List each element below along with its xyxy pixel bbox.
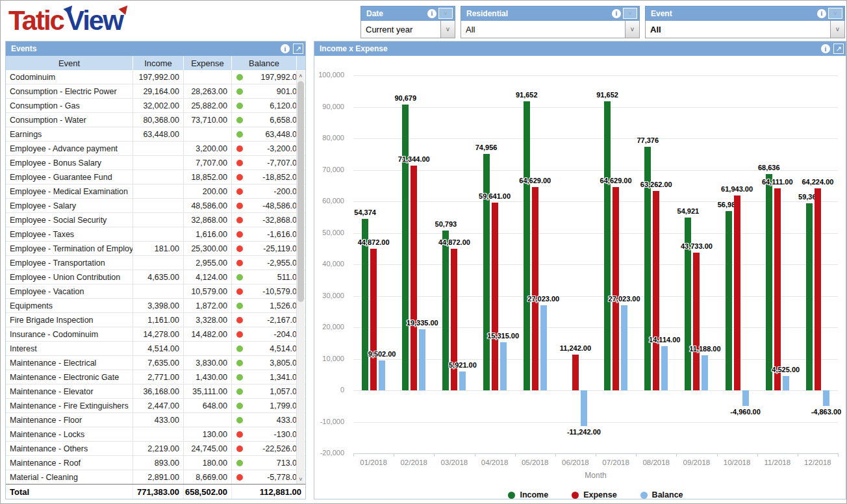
event-cell: Employee - Guarantee Fund — [6, 170, 133, 184]
bar-income[interactable] — [483, 154, 490, 390]
expense-cell: 24,745.00 — [184, 442, 232, 455]
filter-event-select[interactable]: All ˅ — [645, 21, 845, 38]
table-row[interactable]: Interest4,514.004,514.00 — [6, 342, 305, 356]
info-icon[interactable]: i — [427, 9, 436, 18]
bar-balance[interactable] — [540, 305, 547, 390]
bar-income[interactable] — [726, 211, 732, 390]
table-row[interactable]: Maintenance - Locks130.00-130.00 — [6, 427, 305, 442]
chevron-down-icon[interactable]: ˅ — [440, 21, 455, 38]
table-row[interactable]: Maintenance - Electronic Gate2,771.001,4… — [6, 370, 305, 384]
info-icon[interactable]: i — [821, 44, 830, 53]
bar-expense[interactable] — [572, 355, 579, 390]
bar-income[interactable] — [806, 203, 813, 390]
bar-value-label: 59,641.00 — [459, 192, 531, 200]
table-row[interactable]: Employee - Advance payment3,200.00-3,200… — [6, 142, 305, 156]
table-row[interactable]: Maintenance - Electrical7,635.003,830.00… — [6, 356, 305, 370]
legend-item-balance[interactable]: Balance — [640, 490, 683, 499]
column-header-income[interactable]: Income — [133, 56, 184, 70]
bar-balance[interactable] — [500, 342, 507, 390]
status-dot-red — [236, 203, 243, 209]
scrollbar-thumb[interactable] — [297, 81, 304, 302]
bar-expense[interactable] — [613, 187, 619, 390]
expand-icon[interactable]: ↗ — [293, 44, 303, 54]
expense-cell: 25,882.00 — [184, 99, 232, 112]
expand-icon[interactable]: ↗ — [833, 44, 844, 54]
bar-income[interactable] — [766, 174, 772, 390]
table-row[interactable]: Employee - Termination of Employr181.002… — [6, 242, 305, 256]
bar-balance[interactable] — [419, 329, 425, 390]
income-cell: 3,398.00 — [133, 299, 184, 312]
table-row[interactable]: Earnings63,448.0063,448.00 — [6, 127, 305, 142]
bar-expense[interactable] — [532, 187, 538, 390]
status-dot-red — [236, 317, 243, 323]
table-row[interactable]: Maintenance - Elevator36,168.0035,111.00… — [6, 384, 305, 399]
info-icon[interactable]: i — [817, 9, 826, 18]
table-row[interactable]: Employee - Guarantee Fund18,852.00-18,85… — [6, 170, 305, 184]
income-cell: 7,635.00 — [133, 356, 184, 370]
chevron-down-icon[interactable]: ˅ — [830, 21, 844, 38]
bar-balance[interactable] — [621, 305, 627, 390]
filter-collapse-button[interactable]: ˅ — [438, 8, 453, 19]
bar-expense[interactable] — [370, 249, 377, 390]
filter-collapse-button[interactable]: ˅ — [828, 8, 842, 19]
scroll-up-icon[interactable]: ˄ — [297, 71, 305, 81]
event-cell: Material - Cleaning — [6, 470, 133, 484]
table-row[interactable]: Employee - Union Contribution4,635.004,1… — [6, 270, 305, 284]
column-header-expense[interactable]: Expense — [184, 56, 232, 70]
table-row[interactable]: Employee - Bonus Salary7,707.00-7,707.00 — [6, 156, 305, 170]
table-row[interactable]: Insurance - Codominuim14,278.0014,482.00… — [6, 327, 305, 342]
legend-item-income[interactable]: Income — [508, 490, 548, 499]
filter-collapse-button[interactable]: ˅ — [623, 8, 637, 19]
bar-income[interactable] — [402, 105, 409, 390]
bar-balance[interactable] — [459, 372, 466, 390]
info-icon[interactable]: i — [281, 44, 290, 53]
table-row[interactable]: Maintenance - Others2,219.0024,745.00-22… — [6, 442, 305, 456]
bar-expense[interactable] — [653, 191, 659, 390]
column-header-event[interactable]: Event — [6, 56, 133, 70]
bar-income[interactable] — [524, 101, 530, 390]
table-row[interactable]: Employee - Taxes1,616.00-1,616.00 — [6, 227, 305, 242]
chevron-down-icon[interactable]: ˅ — [625, 21, 639, 38]
table-row[interactable]: Consumption - Electric Power29,164.0028,… — [6, 84, 305, 99]
filter-date-select[interactable]: Current year ˅ — [360, 21, 455, 38]
y-tick-label: 90,000 — [305, 103, 344, 110]
table-row[interactable]: Maintenance - Fire Extinguishers2,447.00… — [6, 399, 305, 413]
table-row[interactable]: Maintenance - Floor433.00433.00 — [6, 413, 305, 427]
bar-balance[interactable] — [702, 355, 708, 390]
bar-expense[interactable] — [693, 253, 700, 390]
column-header-balance[interactable]: Balance — [232, 56, 297, 70]
table-row[interactable]: Consumption - Water80,368.0073,710.006,6… — [6, 113, 305, 127]
scroll-down-icon[interactable]: ˅ — [297, 474, 305, 484]
bar-expense[interactable] — [774, 188, 781, 390]
table-row[interactable]: Employee - Vacation10,579.00-10,579.00 — [6, 284, 305, 299]
bar-balance[interactable] — [581, 390, 587, 426]
filter-event-value: All — [650, 25, 661, 34]
info-icon[interactable]: i — [612, 9, 621, 18]
table-row[interactable]: Consumption - Gas32,002.0025,882.006,120… — [6, 99, 305, 113]
table-row[interactable]: Employee - Medical Examination200.00-200… — [6, 184, 305, 199]
table-row[interactable]: Fire Brigade Inspection1,161.003,328.00-… — [6, 313, 305, 327]
bar-expense[interactable] — [734, 195, 740, 390]
filter-residential-select[interactable]: All ˅ — [461, 21, 640, 38]
legend-item-expense[interactable]: Expense — [572, 490, 616, 499]
table-row[interactable]: Employee - Social Security32,868.00-32,8… — [6, 213, 305, 227]
bar-expense[interactable] — [815, 188, 821, 390]
event-cell: Maintenance - Locks — [6, 427, 133, 441]
bar-balance[interactable] — [661, 346, 668, 390]
table-row[interactable]: Equipments3,398.001,872.001,526.00 — [6, 299, 305, 313]
table-row[interactable]: Employee - Transportation2,955.00-2,955.… — [6, 256, 305, 270]
bar-balance[interactable] — [783, 376, 789, 390]
table-row[interactable]: Material - Cleaning2,891.008,669.00-5,77… — [6, 470, 305, 485]
gridline — [353, 422, 838, 423]
gridline — [353, 138, 838, 139]
table-row[interactable]: Employee - Salary48,586.00-48,586.00 — [6, 199, 305, 213]
events-table-header: Event Income Expense Balance — [6, 56, 305, 70]
table-row[interactable]: Maintenance - Roof893.00180.00713.00 — [6, 456, 305, 470]
income-cell — [133, 142, 184, 155]
bar-balance[interactable] — [379, 360, 385, 390]
table-scrollbar[interactable]: ˄ ˅ — [296, 71, 305, 484]
bar-value-label: 71,344.00 — [378, 155, 449, 163]
bar-balance[interactable] — [823, 390, 829, 406]
table-row[interactable]: Codominuim197,992.00197,992.00 — [6, 70, 305, 84]
bar-balance[interactable] — [742, 390, 749, 406]
